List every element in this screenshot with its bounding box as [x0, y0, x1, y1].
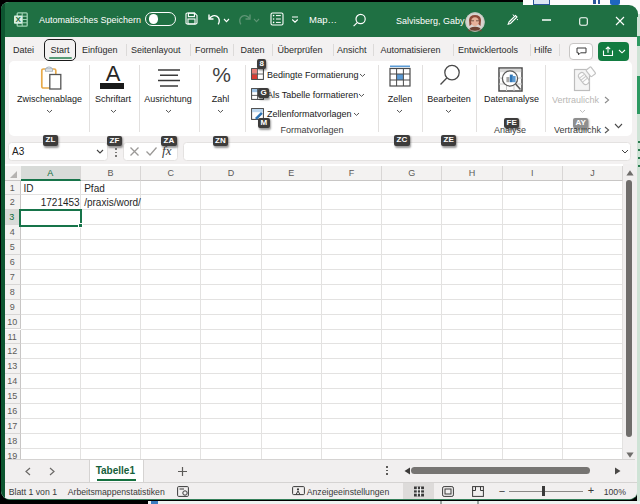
svg-text:X: X	[16, 15, 22, 24]
